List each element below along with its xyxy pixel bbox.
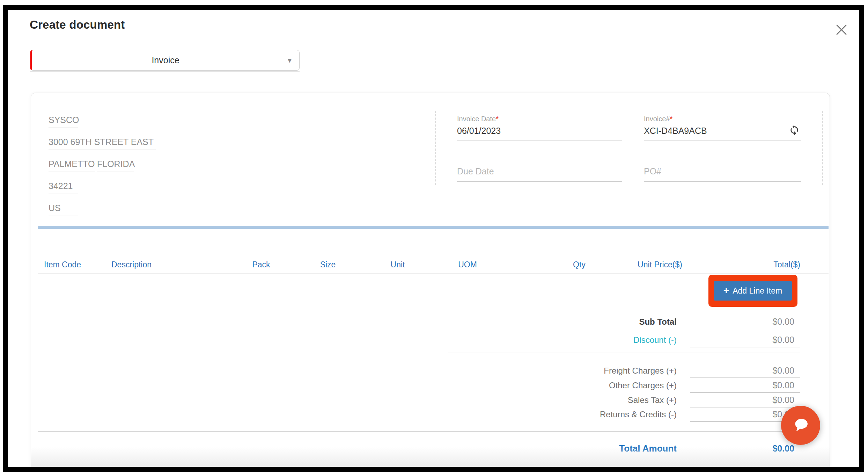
regenerate-invoice-number-button[interactable] — [788, 124, 800, 136]
section-divider-bar — [38, 226, 829, 229]
discount-input[interactable]: $0.00 — [690, 335, 800, 347]
modal-create-document: Create document Invoice ▾ SYSCO 3000 69T… — [8, 10, 859, 467]
add-line-item-highlight-ring: + Add Line Item — [708, 275, 797, 307]
invoice-number-input[interactable]: XCI-D4BA9ACB — [644, 126, 707, 136]
other-charges-input[interactable]: $0.00 — [690, 380, 800, 393]
other-charges-label: Other Charges (+) — [609, 381, 677, 390]
column-header-item-code: Item Code — [44, 260, 81, 269]
city-state-row: PALMETTO FLORIDA — [49, 159, 156, 181]
invoice-card: SYSCO 3000 69TH STREET EAST PALMETTO FLO… — [31, 93, 830, 467]
column-header-pack: Pack — [252, 260, 270, 269]
meta-row-1: Invoice Date* 06/01/2023 Invoice#* XCI-D… — [457, 115, 801, 141]
vertical-dashed-divider — [822, 111, 823, 185]
select-underline — [30, 71, 300, 72]
add-line-item-button[interactable]: + Add Line Item — [714, 281, 792, 301]
city-field[interactable]: PALMETTO — [49, 159, 95, 172]
total-amount-label: Total Amount — [619, 443, 677, 454]
total-amount-divider — [38, 431, 800, 432]
sub-total-row: Sub Total $0.00 — [639, 317, 800, 329]
invoice-number-label: Invoice#* — [644, 115, 801, 123]
invoice-date-group: Invoice Date* 06/01/2023 — [457, 115, 622, 141]
state-field[interactable]: FLORIDA — [97, 159, 134, 172]
plus-icon: + — [723, 286, 729, 296]
due-date-group: Due Date — [457, 166, 622, 182]
window-frame: Create document Invoice ▾ SYSCO 3000 69T… — [3, 5, 864, 472]
invoice-meta: Invoice Date* 06/01/2023 Invoice#* XCI-D… — [457, 115, 801, 182]
total-amount-row: Total Amount $0.00 — [619, 443, 800, 455]
invoice-date-label: Invoice Date* — [457, 115, 622, 123]
table-header-divider — [38, 273, 829, 274]
column-header-unit-price: Unit Price($) — [638, 260, 682, 269]
sales-tax-label: Sales Tax (+) — [628, 395, 677, 405]
po-number-input[interactable]: PO# — [644, 166, 801, 182]
close-button[interactable] — [834, 23, 848, 37]
freight-charges-input[interactable]: $0.00 — [690, 366, 800, 378]
required-asterisk: * — [670, 115, 673, 123]
due-date-input[interactable]: Due Date — [457, 166, 622, 182]
column-header-description: Description — [111, 260, 152, 269]
freight-charges-row: Freight Charges (+) $0.00 — [604, 366, 800, 378]
close-icon — [835, 32, 848, 37]
street-field[interactable]: 3000 69TH STREET EAST — [49, 137, 156, 150]
discount-link[interactable]: Discount (-) — [633, 335, 677, 345]
po-number-group: PO# — [644, 166, 801, 182]
chevron-down-icon: ▾ — [288, 57, 292, 64]
zip-field[interactable]: 34221 — [49, 181, 78, 194]
page-title: Create document — [30, 18, 125, 31]
column-header-unit: Unit — [391, 260, 405, 269]
loop-arrows-icon — [789, 131, 800, 137]
other-charges-row: Other Charges (+) $0.00 — [609, 380, 800, 393]
sales-tax-input[interactable]: $0.00 — [690, 395, 800, 408]
column-header-size: Size — [320, 260, 336, 269]
document-type-select[interactable]: Invoice ▾ — [30, 50, 300, 71]
company-field[interactable]: SYSCO — [49, 115, 78, 128]
discount-row: Discount (-) $0.00 — [633, 335, 800, 347]
returns-credits-row: Returns & Credits (-) $0.00 — [600, 409, 800, 422]
add-line-item-label: Add Line Item — [733, 286, 782, 296]
sub-total-value: $0.00 — [690, 317, 800, 329]
vertical-dashed-divider — [435, 111, 436, 185]
country-field[interactable]: US — [49, 203, 78, 216]
totals-divider — [448, 353, 800, 353]
returns-credits-label: Returns & Credits (-) — [600, 410, 677, 419]
invoice-number-group: Invoice#* XCI-D4BA9ACB — [644, 115, 801, 141]
column-header-total: Total($) — [773, 260, 800, 269]
freight-charges-label: Freight Charges (+) — [604, 366, 677, 376]
total-amount-value: $0.00 — [690, 443, 800, 455]
line-items-header: Item Code Description Pack Size Unit UOM… — [31, 260, 830, 271]
screenshot-stage: Create document Invoice ▾ SYSCO 3000 69T… — [0, 0, 868, 476]
chat-bubble-icon — [790, 415, 811, 436]
sales-tax-row: Sales Tax (+) $0.00 — [628, 395, 800, 408]
document-type-value: Invoice — [152, 55, 179, 65]
bill-from-block: SYSCO 3000 69TH STREET EAST PALMETTO FLO… — [49, 115, 156, 225]
invoice-number-input-wrap: XCI-D4BA9ACB — [644, 126, 801, 141]
sub-total-label: Sub Total — [639, 317, 677, 327]
meta-row-2: Due Date PO# — [457, 166, 801, 182]
column-header-qty: Qty — [573, 260, 586, 269]
required-asterisk: * — [496, 115, 499, 123]
column-header-uom: UOM — [458, 260, 477, 269]
invoice-date-input[interactable]: 06/01/2023 — [457, 126, 622, 141]
chat-launcher-button[interactable] — [781, 406, 820, 445]
